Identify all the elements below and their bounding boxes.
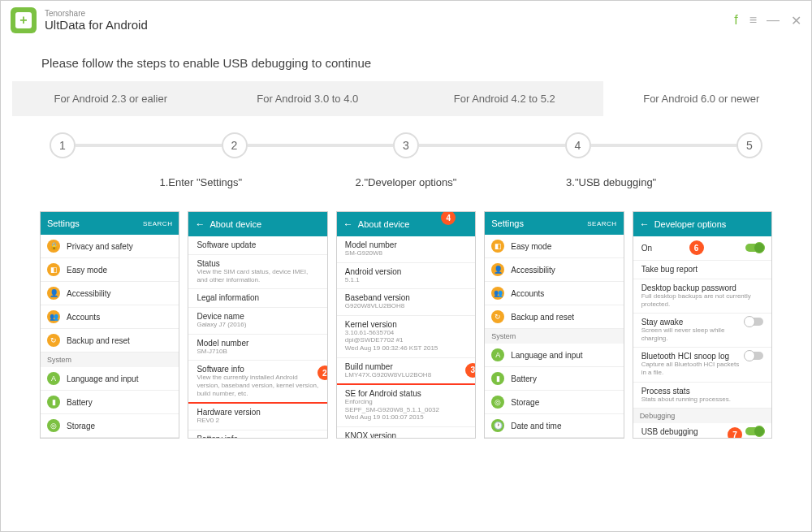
detail-item: SE for Android statusEnforcing SEPF_SM-G… — [337, 385, 475, 427]
item-label: Easy mode — [67, 266, 107, 275]
step-label-3: 3."USB debugging" — [508, 176, 811, 188]
item-title: Status — [197, 259, 318, 268]
header-title: Settings — [491, 218, 524, 228]
item-title: Baseband version — [345, 293, 467, 302]
list-item: 🕐Date and time — [41, 438, 179, 439]
item-title: Bluetooth HCI snoop log — [641, 352, 745, 361]
list-item: ▮Battery — [485, 367, 623, 391]
item-sub: View the currently installed Android ver… — [197, 374, 318, 397]
tab-android-42[interactable]: For Android 4.2 to 5.2 — [406, 81, 603, 116]
step-labels: 1.Enter "Settings" 2."Developer options"… — [1, 167, 811, 195]
item-label: Battery — [511, 374, 537, 383]
item-title: SE for Android status — [345, 389, 467, 398]
build-number-row: Build numberLMY47X.G920W8VLU2BOH8 3 — [337, 358, 475, 386]
app-titles: Tenorshare UltData for Android — [45, 9, 148, 32]
close-icon[interactable]: ✕ — [791, 13, 801, 28]
item-sub: REV0 2 — [197, 417, 318, 425]
back-icon: ← — [195, 218, 205, 230]
tab-android-60[interactable]: For Android 6.0 or newer — [603, 81, 801, 116]
item-sub: Capture all Bluetooth HCI packets in a f… — [641, 361, 745, 376]
item-sub: Full desktop backups are not currently p… — [641, 292, 763, 308]
tabs: For Android 2.3 or ealier For Android 3.… — [12, 81, 800, 116]
phone-header: SettingsSEARCH — [485, 212, 623, 235]
step-line — [591, 144, 737, 147]
item-label: Language and input — [67, 374, 138, 383]
list-item: ALanguage and input — [485, 344, 623, 367]
app-logo-icon — [11, 7, 37, 33]
easy-icon: ◧ — [47, 263, 60, 276]
step-3: 3 — [393, 132, 419, 158]
item-label: Privacy and safety — [67, 242, 133, 251]
software-info-row: Software infoView the currently installe… — [188, 361, 326, 404]
step-label-1: 1.Enter "Settings" — [1, 176, 304, 188]
item-label: Accessibility — [67, 289, 110, 298]
list-item: 🕐Date and time — [485, 414, 623, 438]
item-title: Hardware version — [197, 408, 318, 417]
item-label: Backup and reset — [511, 313, 574, 322]
item-sub: SM-J710B — [197, 348, 318, 356]
share-icon[interactable]: f — [734, 13, 737, 28]
list-item: 👥Accounts — [41, 305, 179, 329]
item-label: Accounts — [511, 289, 544, 298]
detail-item: Hardware versionREV0 2 — [188, 404, 326, 430]
developer-options-row: {}Developer options 5 — [485, 438, 623, 439]
tab-android-30[interactable]: For Android 3.0 to 4.0 — [209, 81, 407, 116]
window-controls: f ≡ — ✕ — [734, 13, 801, 28]
step-line — [76, 144, 222, 147]
phone-settings-1: Settings SEARCH 🔒Privacy and safety ◧Eas… — [40, 211, 179, 439]
section-label: System — [485, 329, 623, 344]
minimize-icon[interactable]: — — [767, 13, 780, 28]
detail-item: Model numberSM-G920W8 — [337, 236, 475, 263]
detail-item: Kernel version3.10.61-5635704 dpi@SWDE77… — [337, 316, 475, 358]
item-title: Battery info — [197, 435, 318, 439]
phone-header: ←About device — [188, 212, 326, 236]
list-item: ↻Backup and reset — [41, 329, 179, 353]
marker-4: 4 — [441, 211, 456, 225]
item-title: Kernel version — [345, 320, 467, 329]
search-label: SEARCH — [587, 220, 616, 227]
phone-header: ←About device 4 — [337, 212, 475, 236]
item-sub: 5.1.1 — [345, 276, 467, 284]
item-sub: View the SIM card status, device IMEI, a… — [197, 268, 318, 283]
tab-android-23[interactable]: For Android 2.3 or ealier — [12, 81, 209, 116]
item-title: Software update — [197, 240, 318, 249]
header-title: About device — [358, 219, 410, 229]
section-label: System — [41, 353, 179, 367]
backup-icon: ↻ — [491, 310, 504, 323]
detail-item: Bluetooth HCI snoop logCapture all Bluet… — [633, 348, 771, 382]
marker-6: 6 — [689, 240, 704, 255]
accounts-icon: 👥 — [491, 287, 504, 300]
item-label: Storage — [511, 398, 539, 407]
lock-icon: 🔒 — [47, 240, 60, 253]
list-item: 👤Accessibility — [485, 258, 623, 282]
item-label: Date and time — [511, 422, 561, 430]
item-sub: Enforcing SEPF_SM-G920W8_5.1.1_0032 Wed … — [345, 398, 467, 422]
item-title: Model number — [345, 240, 467, 249]
usb-debugging-row: USB debuggingDebug mode when USB is conn… — [633, 423, 771, 439]
easy-icon: ◧ — [491, 240, 504, 253]
company-name: Tenorshare — [45, 9, 148, 18]
tabs-container: For Android 2.3 or ealier For Android 3.… — [1, 81, 811, 116]
storage-icon: ◎ — [47, 419, 60, 432]
item-label: Backup and reset — [67, 336, 130, 345]
detail-item: Model numberSM-J710B — [188, 335, 326, 361]
battery-icon: ▮ — [491, 372, 504, 385]
dev-options-toggle — [745, 244, 763, 252]
detail-item: Take bug report — [633, 261, 771, 279]
titlebar: Tenorshare UltData for Android f ≡ — ✕ — [1, 1, 811, 40]
detail-item: Android version5.1.1 — [337, 263, 475, 290]
phone-about-1: ←About device Software update StatusView… — [188, 211, 327, 439]
bt-snoop-toggle — [745, 352, 763, 360]
item-sub: G920W8VLU2BOH8 — [345, 302, 467, 310]
date-icon: 🕐 — [491, 419, 504, 432]
item-title: Build number — [345, 362, 467, 371]
back-icon: ← — [640, 218, 650, 230]
step-2: 2 — [222, 132, 248, 158]
item-title: Model number — [197, 339, 318, 348]
item-sub: 3.10.61-5635704 dpi@SWDE7702 #1 Wed Aug … — [345, 329, 467, 353]
detail-item: Process statsStats about running process… — [633, 383, 771, 409]
list-item: ◧Easy mode — [41, 258, 179, 282]
stay-awake-toggle — [745, 318, 763, 326]
step-5: 5 — [736, 132, 762, 158]
menu-icon[interactable]: ≡ — [749, 13, 755, 28]
